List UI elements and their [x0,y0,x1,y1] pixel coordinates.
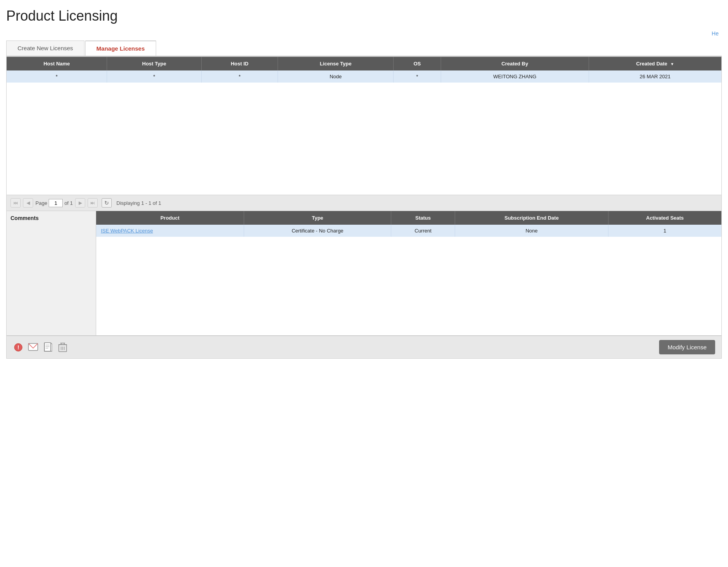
bottom-section: Comments Product Type Status Subscriptio… [6,211,722,336]
cell-type: Certificate - No Charge [244,225,391,237]
cell-activated-seats: 1 [608,225,721,237]
tabs-bar: Create New Licenses Manage Licenses [6,40,722,56]
col-header-status: Status [391,211,455,225]
tab-create-new-licenses[interactable]: Create New Licenses [6,40,84,56]
prev-page-button[interactable]: ◀ [23,198,33,208]
tab-manage-licenses[interactable]: Manage Licenses [85,40,156,56]
svg-rect-3 [44,343,51,351]
main-table-wrapper: Host Name Host Type Host ID License Type… [6,56,722,195]
delete-icon[interactable] [57,342,68,353]
cell-os: * [394,70,441,83]
cell-license-type: Node [278,70,394,83]
col-header-activated-seats: Activated Seats [608,211,721,225]
sort-arrow-created-date: ▼ [670,62,674,66]
modify-license-button[interactable]: Modify License [659,340,715,354]
col-header-type: Type [244,211,391,225]
info-icon[interactable]: ! [13,342,24,353]
cell-created-by: WEITONG ZHANG [441,70,589,83]
col-header-subscription-end-date: Subscription End Date [455,211,608,225]
cell-product[interactable]: ISE WebPACK License [96,225,244,237]
col-header-license-type: License Type [278,57,394,70]
cell-host-name: * [7,70,107,83]
col-header-created-date[interactable]: Created Date ▼ [589,57,721,70]
pagination-bar: ⏮ ◀ Page of 1 ▶ ⏭ ↻ Displaying 1 - 1 of … [6,195,722,211]
help-link[interactable]: He [6,30,722,37]
table-row[interactable]: * * * Node * WEITONG ZHANG 26 MAR 2021 [7,70,721,83]
page-label: Page [35,200,47,206]
page-title: Product Licensing [6,8,722,24]
col-header-created-by: Created By [441,57,589,70]
document-icon[interactable] [42,342,53,353]
footer-toolbar: ! [6,336,722,359]
products-table: Product Type Status Subscription End Dat… [96,211,721,307]
first-page-button[interactable]: ⏮ [11,198,21,208]
cell-host-id: * [201,70,278,83]
products-panel: Product Type Status Subscription End Dat… [96,211,721,335]
comments-label: Comments [11,215,92,221]
page-input-wrap: Page of 1 [35,199,73,207]
footer-icons: ! [13,342,68,353]
cell-host-type: * [107,70,201,83]
col-header-host-type: Host Type [107,57,201,70]
col-header-os: OS [394,57,441,70]
svg-text:!: ! [18,344,19,350]
displaying-text: Displaying 1 - 1 of 1 [116,200,161,206]
col-header-host-id: Host ID [201,57,278,70]
col-header-product: Product [96,211,244,225]
main-table: Host Name Host Type Host ID License Type… [7,57,721,195]
comments-panel: Comments [7,211,96,335]
col-header-host-name: Host Name [7,57,107,70]
cell-subscription-end-date: None [455,225,608,237]
last-page-button[interactable]: ⏭ [88,198,98,208]
of-label: of 1 [64,200,73,206]
email-icon[interactable] [28,342,39,353]
cell-created-date: 26 MAR 2021 [589,70,721,83]
next-page-button[interactable]: ▶ [75,198,85,208]
refresh-button[interactable]: ↻ [102,198,112,208]
product-row[interactable]: ISE WebPACK License Certificate - No Cha… [96,225,721,237]
page-number-input[interactable] [49,199,63,207]
cell-status: Current [391,225,455,237]
